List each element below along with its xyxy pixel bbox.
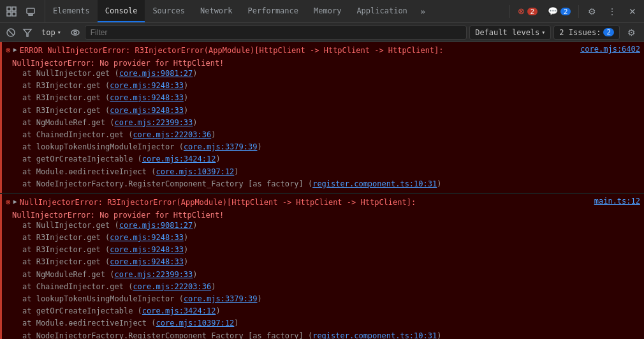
stack-file-link[interactable]: core.mjs:3424:12 bbox=[142, 306, 216, 315]
svg-marker-9 bbox=[24, 29, 31, 36]
tab-memory[interactable]: Memory bbox=[306, 0, 349, 22]
device-icon-button[interactable] bbox=[22, 3, 40, 20]
toolbar-icon-group bbox=[3, 0, 45, 22]
close-button[interactable]: ✕ bbox=[624, 3, 641, 20]
tab-performance[interactable]: Performance bbox=[240, 0, 306, 22]
tab-application[interactable]: Application bbox=[349, 0, 414, 22]
stack-line: at ChainedInjector.get (core.mjs:22203:3… bbox=[22, 281, 640, 293]
error-circle-icon: ⊗ bbox=[518, 6, 525, 16]
error-subtext-2: NullInjectorError: No provider for HttpC… bbox=[2, 211, 644, 220]
stack-line: at NodeInjectorFactory.RegisterComponent… bbox=[22, 178, 640, 190]
stack-line: at NodeInjectorFactory.RegisterComponent… bbox=[22, 330, 640, 339]
error-file-link-2[interactable]: main.ts:12 bbox=[594, 197, 640, 206]
issues-count-badge: 2 bbox=[603, 28, 614, 36]
stack-trace-1: at NullInjector.get (core.mjs:9081:27)at… bbox=[2, 68, 644, 193]
stack-file-link[interactable]: core.mjs:22399:33 bbox=[115, 270, 193, 279]
issues-button[interactable]: 2 Issues: 2 bbox=[553, 26, 620, 40]
error-header-1[interactable]: ⊗ ▶ ERROR NullInjectorError: R3InjectorE… bbox=[2, 42, 644, 59]
error-block-1: ⊗ ▶ ERROR NullInjectorError: R3InjectorE… bbox=[0, 42, 644, 193]
stack-file-link[interactable]: core.mjs:3424:12 bbox=[142, 154, 216, 163]
stack-file-link[interactable]: register.component.ts:10:31 bbox=[312, 331, 437, 339]
context-selector[interactable]: top ▾ bbox=[37, 26, 66, 39]
more-tabs-button[interactable]: » bbox=[415, 6, 430, 17]
stack-line: at R3Injector.get (core.mjs:9248:33) bbox=[22, 256, 640, 268]
tab-list: Elements Console Sources Network Perform… bbox=[45, 0, 503, 22]
stack-line: at R3Injector.get (core.mjs:9248:33) bbox=[22, 244, 640, 256]
default-levels-dropdown[interactable]: Default levels ▾ bbox=[469, 26, 551, 40]
gear-icon: ⚙ bbox=[588, 6, 596, 17]
stack-line: at lookupTokenUsingModuleInjector (core.… bbox=[22, 141, 640, 153]
error-circle-icon-1: ⊗ bbox=[6, 45, 11, 55]
tab-console[interactable]: Console bbox=[98, 0, 145, 22]
error-circle-icon-2: ⊗ bbox=[6, 197, 11, 207]
error-header-2[interactable]: ⊗ ▶ NullInjectorError: R3InjectorError(A… bbox=[2, 194, 644, 211]
svg-rect-3 bbox=[12, 12, 16, 16]
divider2 bbox=[578, 5, 579, 18]
stack-file-link[interactable]: core.mjs:9248:33 bbox=[110, 257, 184, 266]
settings-button[interactable]: ⚙ bbox=[583, 3, 601, 20]
more-options-button[interactable]: ⋮ bbox=[603, 3, 621, 20]
tab-sources[interactable]: Sources bbox=[145, 0, 193, 22]
console-output: ⊗ ▶ ERROR NullInjectorError: R3InjectorE… bbox=[0, 42, 644, 339]
stack-file-link[interactable]: core.mjs:9248:33 bbox=[110, 245, 184, 254]
error-main-text-2: NullInjectorError: R3InjectorError(AppMo… bbox=[20, 197, 594, 208]
stack-trace-2: at NullInjector.get (core.mjs:9081:27)at… bbox=[2, 220, 644, 339]
error-block-2: ⊗ ▶ NullInjectorError: R3InjectorError(A… bbox=[0, 194, 644, 339]
inspect-icon-button[interactable] bbox=[3, 3, 20, 20]
message-badge-button[interactable]: 💬 2 bbox=[544, 5, 574, 17]
clear-console-button[interactable] bbox=[4, 26, 18, 40]
stack-file-link[interactable]: core.mjs:9248:33 bbox=[110, 81, 184, 90]
error-main-text-1: ERROR NullInjectorError: R3InjectorError… bbox=[20, 45, 580, 56]
close-icon: ✕ bbox=[629, 6, 636, 17]
context-dropdown-arrow: ▾ bbox=[57, 29, 61, 36]
stack-file-link[interactable]: core.mjs:9081:27 bbox=[119, 69, 193, 78]
top-toolbar: Elements Console Sources Network Perform… bbox=[0, 0, 644, 23]
stack-file-link[interactable]: core.mjs:22203:36 bbox=[133, 282, 211, 291]
message-count-badge: 2 bbox=[560, 8, 571, 15]
error-count-badge: 2 bbox=[527, 8, 538, 15]
svg-rect-2 bbox=[7, 12, 11, 16]
error-file-link-1[interactable]: core.mjs:6402 bbox=[580, 45, 640, 54]
filter-input[interactable] bbox=[85, 26, 467, 40]
expand-arrow-2: ▶ bbox=[13, 198, 17, 205]
stack-file-link[interactable]: core.mjs:9248:33 bbox=[110, 106, 184, 115]
stack-line: at Module.ɵedirectiveInject (core.mjs:10… bbox=[22, 166, 640, 178]
stack-file-link[interactable]: register.component.ts:10:31 bbox=[312, 179, 437, 188]
stack-line: at NullInjector.get (core.mjs:9081:27) bbox=[22, 68, 640, 80]
stack-line: at R3Injector.get (core.mjs:9248:33) bbox=[22, 92, 640, 104]
divider bbox=[509, 5, 510, 18]
stack-file-link[interactable]: core.mjs:10397:12 bbox=[156, 167, 235, 176]
stack-file-link[interactable]: core.mjs:9248:33 bbox=[110, 93, 184, 102]
eye-button[interactable] bbox=[68, 26, 82, 40]
console-gear-icon: ⚙ bbox=[627, 27, 636, 38]
stack-file-link[interactable]: core.mjs:9081:27 bbox=[119, 221, 193, 230]
stack-file-link[interactable]: core.mjs:9248:33 bbox=[110, 233, 184, 242]
stack-line: at NgModuleRef.get (core.mjs:22399:33) bbox=[22, 269, 640, 281]
stack-line: at NgModuleRef.get (core.mjs:22399:33) bbox=[22, 117, 640, 129]
stack-file-link[interactable]: core.mjs:10397:12 bbox=[156, 319, 235, 328]
console-settings-button[interactable]: ⚙ bbox=[622, 24, 640, 41]
console-toolbar: top ▾ Default levels ▾ 2 Issues: 2 ⚙ bbox=[0, 23, 644, 42]
stack-file-link[interactable]: core.mjs:3379:39 bbox=[184, 142, 258, 151]
toolbar-right: ⊗ 2 💬 2 ⚙ ⋮ ✕ bbox=[503, 3, 641, 20]
tab-network[interactable]: Network bbox=[193, 0, 240, 22]
filter-icon bbox=[20, 26, 34, 40]
stack-line: at getOrCreateInjectable (core.mjs:3424:… bbox=[22, 305, 640, 317]
svg-point-10 bbox=[71, 30, 79, 35]
stack-file-link[interactable]: core.mjs:22399:33 bbox=[115, 118, 193, 127]
tab-elements[interactable]: Elements bbox=[45, 0, 98, 22]
stack-line: at Module.ɵedirectiveInject (core.mjs:10… bbox=[22, 317, 640, 329]
svg-point-11 bbox=[74, 31, 77, 34]
error-subtext-1: NullInjectorError: No provider for HttpC… bbox=[2, 59, 644, 68]
error-badge-button[interactable]: ⊗ 2 bbox=[514, 5, 541, 17]
stack-line: at ChainedInjector.get (core.mjs:22203:3… bbox=[22, 129, 640, 141]
stack-file-link[interactable]: core.mjs:22203:36 bbox=[133, 130, 211, 139]
stack-file-link[interactable]: core.mjs:3379:39 bbox=[184, 294, 258, 303]
stack-line: at NullInjector.get (core.mjs:9081:27) bbox=[22, 220, 640, 232]
stack-line: at lookupTokenUsingModuleInjector (core.… bbox=[22, 293, 640, 305]
svg-rect-4 bbox=[27, 8, 34, 13]
stack-line: at R3Injector.get (core.mjs:9248:33) bbox=[22, 232, 640, 244]
context-label: top bbox=[41, 28, 55, 37]
default-levels-label: Default levels bbox=[475, 28, 539, 37]
svg-rect-0 bbox=[7, 7, 11, 11]
